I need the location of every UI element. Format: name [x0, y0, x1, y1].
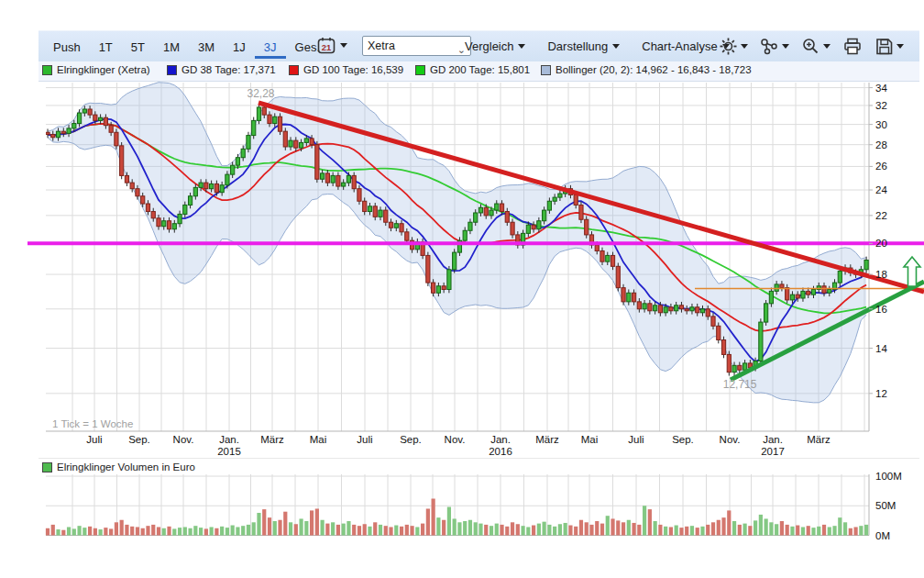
- svg-text:14: 14: [875, 343, 887, 354]
- push-button[interactable]: Push: [44, 34, 90, 59]
- svg-text:Sep.: Sep.: [672, 434, 694, 445]
- settings-button[interactable]: [719, 37, 748, 56]
- chevron-down-icon: [782, 44, 789, 49]
- stock-chart[interactable]: 32,2812,7151 Tick = 1 Woche3432302826242…: [0, 0, 924, 578]
- svg-text:50M: 50M: [875, 500, 896, 511]
- chevron-down-icon: [896, 44, 904, 49]
- range-button-1t[interactable]: 1T: [90, 34, 122, 59]
- svg-text:28: 28: [875, 139, 887, 150]
- svg-text:Sep.: Sep.: [400, 434, 422, 445]
- svg-text:Mai: Mai: [310, 434, 327, 445]
- chart-toolbar: Push 1T 5T 1M 3M 1J 3J Ges. 21 Xetra ⌄ V…: [38, 30, 919, 62]
- gd38-swatch: [167, 65, 177, 75]
- chevron-down-icon: [741, 44, 748, 49]
- up-arrow-marker[interactable]: [904, 257, 920, 286]
- legend-item-price: Elringklinger (Xetra): [42, 64, 150, 75]
- svg-text:Juli: Juli: [628, 434, 644, 445]
- svg-text:26: 26: [875, 161, 887, 172]
- legend-item-gd200: GD 200 Tage: 15,801: [415, 64, 530, 75]
- svg-text:Jan.: Jan.: [219, 434, 239, 445]
- calendar-button[interactable]: 21: [316, 36, 347, 55]
- volume-swatch: [42, 462, 52, 472]
- svg-text:Mai: Mai: [581, 434, 599, 445]
- svg-text:März: März: [807, 434, 830, 445]
- high-annotation: 32,28: [247, 87, 274, 100]
- calendar-21-icon: 21: [316, 36, 336, 55]
- svg-text:Juli: Juli: [357, 434, 372, 445]
- toolbar-icons: [719, 31, 904, 61]
- tick-interval-note: 1 Tick = 1 Woche: [52, 418, 133, 429]
- svg-text:20: 20: [875, 238, 887, 249]
- menu-darstellung[interactable]: Darstellung: [547, 39, 620, 53]
- save-icon: [874, 37, 894, 56]
- svg-text:Jan.: Jan.: [763, 434, 783, 445]
- exchange-select-value: Xetra: [368, 39, 395, 52]
- range-button-5t[interactable]: 5T: [122, 34, 154, 59]
- svg-text:30: 30: [875, 119, 887, 130]
- svg-text:22: 22: [875, 210, 887, 221]
- chart-application-window: Push 1T 5T 1M 3M 1J 3J Ges. 21 Xetra ⌄ V…: [0, 0, 924, 578]
- svg-text:16: 16: [875, 304, 887, 315]
- chevron-down-icon: [518, 44, 525, 49]
- range-button-3j-selected[interactable]: 3J: [255, 34, 286, 59]
- menu-vergleich[interactable]: Vergleich: [465, 39, 525, 53]
- printer-icon: [842, 37, 863, 56]
- chevron-down-icon: [340, 43, 347, 48]
- svg-text:Nov.: Nov.: [445, 434, 466, 445]
- svg-text:2017: 2017: [761, 446, 785, 457]
- svg-text:0M: 0M: [875, 530, 890, 541]
- zoom-in-icon: [801, 37, 820, 56]
- svg-text:2015: 2015: [217, 446, 241, 457]
- svg-text:32: 32: [875, 100, 887, 111]
- legend-item-gd100: GD 100 Tage: 16,539: [289, 64, 403, 75]
- exchange-select[interactable]: Xetra ⌄: [362, 36, 471, 56]
- gd100-swatch: [289, 65, 299, 75]
- print-button[interactable]: [842, 37, 863, 56]
- range-button-1m[interactable]: 1M: [154, 34, 189, 59]
- svg-text:24: 24: [875, 184, 887, 195]
- chevron-down-icon: [612, 44, 620, 49]
- legend-item-gd38: GD 38 Tage: 17,371: [167, 64, 276, 75]
- menu-chart-analyse[interactable]: Chart-Analyse: [642, 39, 729, 53]
- svg-text:12: 12: [875, 388, 887, 399]
- svg-text:18: 18: [875, 269, 887, 280]
- toolbar-menus: Vergleich Darstellung Chart-Analyse: [465, 31, 730, 61]
- svg-text:Juli: Juli: [86, 434, 102, 445]
- chevron-down-icon: [823, 44, 830, 49]
- share-button[interactable]: [760, 37, 789, 56]
- volume-bars: [46, 499, 868, 536]
- range-button-1j[interactable]: 1J: [224, 34, 255, 59]
- svg-text:Jan.: Jan.: [490, 434, 511, 445]
- svg-text:März: März: [260, 434, 284, 445]
- svg-text:2016: 2016: [489, 446, 512, 457]
- gd200-swatch: [415, 65, 425, 75]
- gear-icon: [719, 37, 738, 56]
- share-icon: [760, 37, 779, 56]
- low-annotation: 12,715: [723, 378, 757, 391]
- indicator-legend-row: Elringklinger (Xetra) GD 38 Tage: 17,371…: [38, 61, 919, 82]
- svg-text:21: 21: [322, 42, 332, 52]
- svg-text:Nov.: Nov.: [720, 434, 741, 445]
- svg-text:34: 34: [875, 83, 887, 94]
- svg-text:Sep.: Sep.: [128, 434, 150, 445]
- range-button-3m[interactable]: 3M: [189, 34, 224, 59]
- zoom-button[interactable]: [801, 37, 830, 56]
- save-button[interactable]: [874, 37, 904, 56]
- volume-legend: Elringklinger Volumen in Euro: [42, 461, 195, 472]
- svg-text:März: März: [535, 434, 559, 445]
- bollinger-swatch: [541, 65, 551, 75]
- range-button-group: Push 1T 5T 1M 3M 1J 3J Ges.: [44, 31, 329, 61]
- svg-text:100M: 100M: [875, 471, 902, 482]
- price-series-swatch: [42, 65, 52, 75]
- legend-item-bollinger: Bollinger (20, 2): 14,962 - 16,843 - 18,…: [541, 64, 752, 75]
- svg-text:Nov.: Nov.: [173, 434, 194, 445]
